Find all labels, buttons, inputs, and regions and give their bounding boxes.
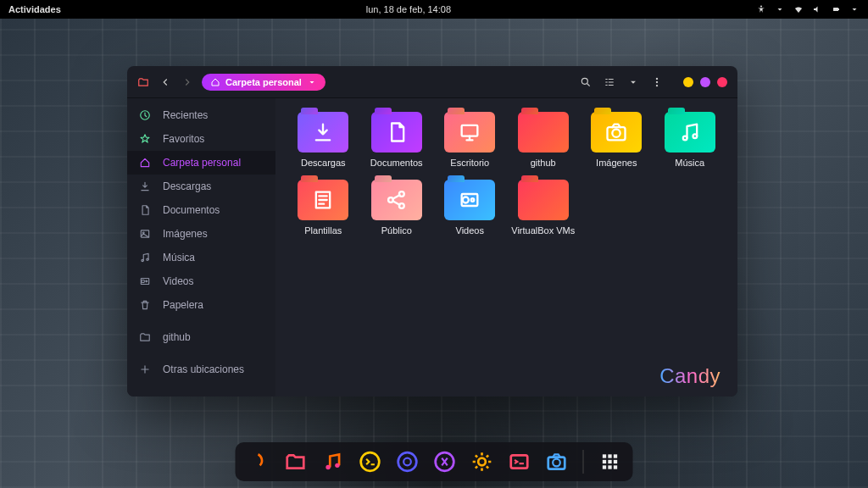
svg-point-19 bbox=[693, 134, 697, 138]
svg-rect-46 bbox=[614, 465, 617, 469]
maximize-button[interactable] bbox=[700, 77, 710, 87]
menu-button[interactable] bbox=[651, 76, 663, 88]
sidebar-item-trash[interactable]: Papelera bbox=[127, 293, 275, 317]
svg-point-3 bbox=[581, 78, 587, 84]
folder-icon[interactable] bbox=[137, 76, 149, 88]
svg-point-4 bbox=[656, 77, 658, 79]
svg-rect-45 bbox=[608, 465, 611, 469]
svg-point-0 bbox=[760, 6, 762, 8]
folder-icon bbox=[518, 112, 569, 152]
folder-label: Plantillas bbox=[304, 225, 342, 236]
svg-rect-1 bbox=[833, 8, 838, 11]
system-tray[interactable] bbox=[756, 4, 860, 14]
sidebar-item-label: Carpeta personal bbox=[163, 157, 241, 169]
minimize-button[interactable] bbox=[683, 77, 693, 87]
dock-app-grid[interactable] bbox=[598, 449, 623, 474]
content-area[interactable]: DescargasDocumentosEscritoriogithubImáge… bbox=[275, 98, 737, 396]
window-controls bbox=[683, 77, 727, 87]
sidebar-item-favorites[interactable]: Favoritos bbox=[127, 127, 275, 151]
folder-virtualbox-vms[interactable]: VirtualBox VMs bbox=[511, 180, 576, 236]
sidebar-item-documents[interactable]: Documentos bbox=[127, 198, 275, 222]
dock-app-screenshot[interactable] bbox=[544, 449, 570, 474]
sidebar-item-images[interactable]: Imágenes bbox=[127, 222, 275, 246]
dock-app-terminal[interactable] bbox=[358, 449, 383, 474]
caret-icon bbox=[849, 4, 860, 14]
dock-app-firefox[interactable] bbox=[246, 449, 271, 474]
clock[interactable]: lun, 18 de feb, 14:08 bbox=[61, 4, 756, 14]
dock-app-files[interactable] bbox=[283, 449, 309, 474]
svg-rect-44 bbox=[603, 465, 606, 469]
location-label: Carpeta personal bbox=[225, 77, 302, 87]
sidebar-item-github[interactable]: github bbox=[127, 325, 275, 349]
folder-label: Imágenes bbox=[596, 158, 637, 168]
folder-label: VirtualBox VMs bbox=[511, 225, 575, 236]
sidebar-item-label: Favoritos bbox=[163, 133, 204, 145]
svg-point-37 bbox=[553, 459, 560, 467]
sidebar-item-recent[interactable]: Recientes bbox=[127, 103, 275, 127]
folder-icon bbox=[371, 180, 422, 220]
sidebar-item-home[interactable]: Carpeta personal bbox=[127, 151, 275, 175]
home-icon bbox=[210, 77, 220, 87]
back-button[interactable] bbox=[159, 76, 171, 88]
folder-descargas[interactable]: Descargas bbox=[291, 112, 356, 168]
theme-brand: Candy bbox=[659, 364, 721, 388]
svg-point-26 bbox=[471, 198, 475, 202]
folder-videos[interactable]: Videos bbox=[437, 180, 503, 236]
folder-icon bbox=[298, 112, 348, 152]
sidebar-item-downloads[interactable]: Descargas bbox=[127, 175, 275, 198]
dock-app-term2[interactable] bbox=[507, 449, 532, 474]
dock-app-music[interactable] bbox=[320, 449, 346, 474]
svg-rect-40 bbox=[614, 454, 617, 458]
folder-documentos[interactable]: Documentos bbox=[364, 112, 430, 168]
sidebar-item-label: github bbox=[163, 331, 191, 343]
svg-rect-15 bbox=[462, 125, 478, 136]
wifi-icon bbox=[793, 4, 804, 14]
folder-icon bbox=[298, 180, 348, 220]
view-toggle-button[interactable] bbox=[604, 76, 615, 88]
folder-público[interactable]: Público bbox=[364, 180, 430, 236]
sidebar-item-label: Descargas bbox=[163, 180, 211, 192]
file-manager-window: Carpeta personal RecientesFavoritosCarpe… bbox=[127, 66, 737, 396]
svg-point-6 bbox=[656, 84, 658, 86]
titlebar: Carpeta personal bbox=[127, 66, 737, 98]
svg-point-5 bbox=[656, 80, 658, 82]
view-caret-icon[interactable] bbox=[627, 76, 639, 88]
folder-github[interactable]: github bbox=[511, 112, 576, 168]
svg-point-34 bbox=[478, 458, 486, 466]
svg-rect-35 bbox=[511, 455, 528, 468]
svg-point-29 bbox=[335, 463, 339, 468]
dock-app-settings[interactable] bbox=[470, 449, 495, 474]
folder-plantillas[interactable]: Plantillas bbox=[291, 180, 356, 236]
folder-label: github bbox=[531, 158, 556, 168]
folder-música[interactable]: Música bbox=[658, 112, 723, 168]
folder-imágenes[interactable]: Imágenes bbox=[584, 112, 649, 168]
folder-icon bbox=[444, 180, 495, 220]
forward-button[interactable] bbox=[181, 76, 193, 88]
svg-point-31 bbox=[398, 452, 417, 471]
folder-label: Documentos bbox=[370, 158, 423, 168]
activities-button[interactable]: Actividades bbox=[8, 4, 61, 14]
svg-point-28 bbox=[326, 465, 330, 469]
dropdown-icon bbox=[775, 4, 785, 14]
dock-app-chrome[interactable] bbox=[395, 449, 420, 474]
location-pill[interactable]: Carpeta personal bbox=[202, 74, 326, 91]
top-panel: Actividades lun, 18 de feb, 14:08 bbox=[0, 0, 868, 19]
folder-label: Escritorio bbox=[450, 158, 489, 168]
volume-icon bbox=[812, 4, 822, 14]
search-button[interactable] bbox=[580, 76, 592, 88]
sidebar-item-music[interactable]: Música bbox=[127, 246, 275, 269]
sidebar-item-label: Documentos bbox=[163, 204, 220, 216]
svg-rect-2 bbox=[838, 8, 839, 10]
folder-icon bbox=[591, 112, 642, 152]
svg-rect-39 bbox=[608, 454, 611, 458]
svg-point-25 bbox=[463, 197, 469, 203]
sidebar-item-label: Papelera bbox=[163, 299, 203, 311]
sidebar-item-videos[interactable]: Videos bbox=[127, 269, 275, 293]
close-button[interactable] bbox=[717, 77, 727, 87]
sidebar-item-label: Recientes bbox=[163, 109, 208, 121]
folder-label: Descargas bbox=[301, 158, 346, 168]
folder-icon bbox=[665, 112, 715, 152]
dock-app-vscode[interactable] bbox=[432, 449, 458, 474]
folder-escritorio[interactable]: Escritorio bbox=[437, 112, 503, 168]
sidebar-item-other[interactable]: Otras ubicaciones bbox=[127, 358, 275, 381]
